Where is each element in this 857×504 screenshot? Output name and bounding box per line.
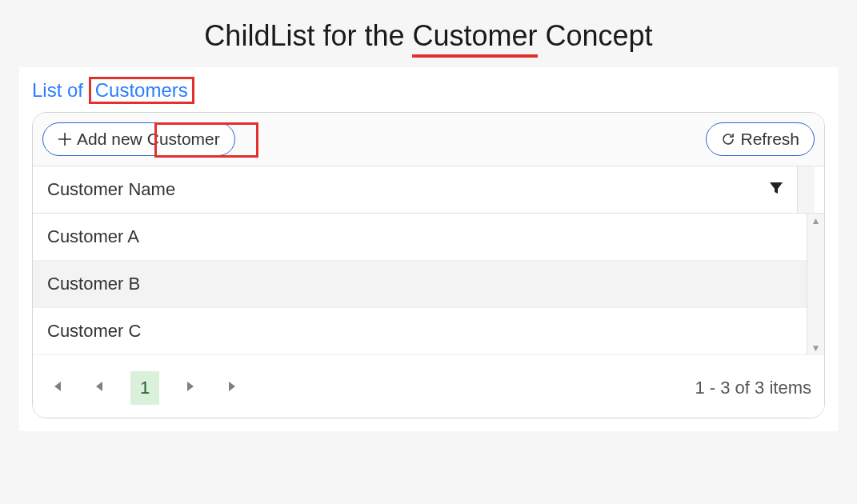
title-prefix: ChildList for the: [204, 19, 412, 52]
list-caption: List of Customers: [32, 67, 825, 112]
add-new-button[interactable]: Add new Customer: [42, 122, 235, 156]
refresh-button[interactable]: Refresh: [706, 122, 815, 156]
caption-entity-highlight: Customers: [89, 77, 194, 104]
scroll-down-icon[interactable]: ▼: [807, 341, 824, 355]
pager-controls: 1: [46, 371, 244, 405]
column-header-name[interactable]: Customer Name: [42, 166, 760, 213]
pager-info: 1 - 3 of 3 items: [695, 378, 811, 398]
caption-prefix: List of: [32, 79, 89, 101]
toolbar: Add new Customer Refresh: [33, 113, 824, 166]
pager-current-page[interactable]: 1: [130, 371, 159, 405]
refresh-icon: [721, 132, 735, 146]
refresh-label: Refresh: [740, 130, 799, 149]
cell-name: Customer B: [47, 274, 140, 294]
pager-next-icon[interactable]: [180, 375, 201, 401]
title-underlined: Customer: [412, 19, 537, 58]
pager-prev-icon[interactable]: [89, 375, 110, 401]
header-gutter: [797, 166, 815, 213]
list-panel: List of Customers Add new Customer Refre…: [19, 67, 838, 431]
cell-name: Customer A: [47, 226, 139, 246]
plus-icon: [58, 132, 72, 146]
table-row[interactable]: Customer C: [33, 308, 807, 355]
scroll-up-icon[interactable]: ▲: [807, 214, 824, 228]
table-row[interactable]: Customer B: [33, 261, 807, 308]
page-title: ChildList for the Customer Concept: [0, 19, 857, 53]
grid-header: Customer Name: [33, 166, 824, 214]
add-button-wrap: Add new Customer: [42, 122, 235, 156]
pager: 1 1 - 3 of 3 items: [33, 355, 824, 418]
grid-body: Customer A Customer B Customer C ▲ ▼: [33, 214, 824, 355]
add-label-entity: Customer: [147, 130, 220, 149]
cell-name: Customer C: [47, 321, 141, 341]
add-label-prefix: Add new: [77, 130, 142, 149]
pager-last-icon[interactable]: [222, 375, 244, 402]
grid: Add new Customer Refresh Customer Name C…: [32, 112, 825, 418]
pager-first-icon[interactable]: [46, 375, 68, 402]
table-row[interactable]: Customer A: [33, 214, 807, 261]
title-suffix: Concept: [538, 19, 653, 52]
scrollbar[interactable]: ▲ ▼: [807, 214, 824, 355]
filter-icon[interactable]: [760, 180, 792, 200]
